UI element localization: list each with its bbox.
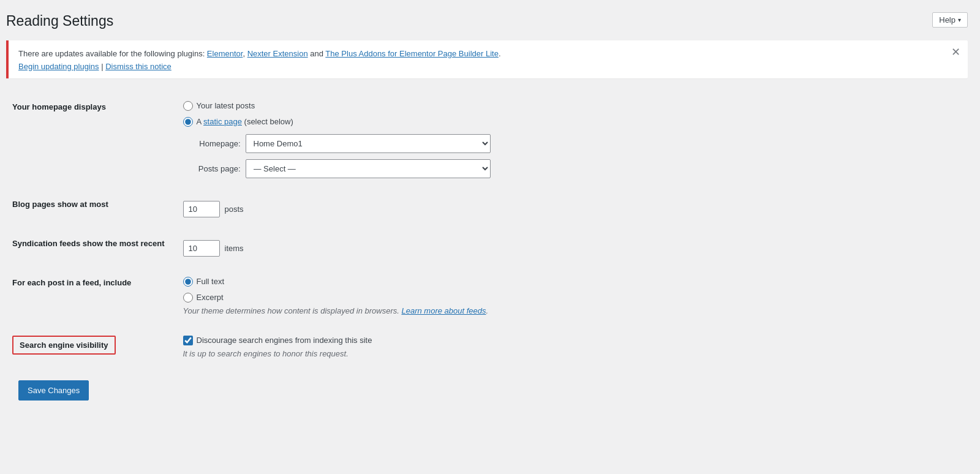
posts-page-select-label: Posts page:	[186, 164, 241, 173]
feed-include-field: Full text Excerpt Your theme determines …	[171, 266, 968, 325]
save-changes-button[interactable]: Save Changes	[18, 380, 89, 401]
feed-excerpt-radio[interactable]	[183, 293, 193, 303]
close-icon: ✕	[951, 46, 960, 58]
syndication-feeds-unit: items	[225, 244, 244, 253]
blog-pages-unit: posts	[225, 205, 244, 214]
search-visibility-field: Discourage search engines from indexing …	[171, 325, 968, 368]
static-page-link[interactable]: static page	[203, 117, 242, 126]
search-visibility-checkbox-label[interactable]: Discourage search engines from indexing …	[183, 336, 962, 345]
update-notice: There are updates available for the foll…	[6, 40, 968, 78]
settings-table: Your homepage displays Your latest posts…	[6, 91, 968, 368]
feed-full-text-radio[interactable]	[183, 277, 193, 287]
posts-page-select[interactable]: — Select — Blog News Archive	[246, 159, 491, 178]
feed-excerpt-option[interactable]: Excerpt	[183, 293, 962, 303]
homepage-latest-posts-radio[interactable]	[183, 101, 193, 111]
notice-text: There are updates available for the foll…	[18, 48, 958, 61]
notice-dismiss-button[interactable]: ✕	[951, 47, 960, 58]
feed-include-label: For each post in a feed, include	[12, 278, 131, 287]
homepage-radio-group: Your latest posts A static page (select …	[183, 101, 962, 127]
search-visibility-help-text: It is up to search engines to honor this…	[183, 349, 962, 358]
notice-links: Begin updating plugins | Dismiss this no…	[18, 62, 958, 71]
page-title: Reading Settings	[6, 12, 113, 31]
posts-page-select-row: Posts page: — Select — Blog News Archive	[186, 159, 962, 178]
homepage-select-label: Homepage:	[186, 139, 241, 148]
homepage-sub-selects: Homepage: Home Demo1 Sample Page Blog Po…	[186, 134, 962, 178]
search-visibility-row: Search engine visibility Discourage sear…	[6, 325, 968, 368]
homepage-latest-posts-option[interactable]: Your latest posts	[183, 101, 962, 111]
feed-include-radio-group: Full text Excerpt	[183, 277, 962, 303]
syndication-feeds-input[interactable]	[183, 240, 220, 257]
plus-addons-link[interactable]: The Plus Addons for Elementor Page Build…	[325, 49, 499, 58]
homepage-static-page-option[interactable]: A static page (select below)	[183, 117, 962, 127]
homepage-displays-field: Your latest posts A static page (select …	[171, 91, 968, 188]
blog-pages-number-row: posts	[183, 201, 962, 217]
form-footer: Save Changes	[6, 368, 968, 407]
homepage-select-row: Homepage: Home Demo1 Sample Page Blog	[186, 134, 962, 153]
blog-pages-input[interactable]	[183, 201, 220, 217]
search-visibility-checkbox[interactable]	[183, 336, 193, 345]
learn-more-feeds-link[interactable]: Learn more about feeds	[401, 306, 486, 315]
syndication-feeds-number-row: items	[183, 240, 962, 257]
elementor-link[interactable]: Elementor	[207, 49, 243, 58]
blog-pages-field: posts	[171, 188, 968, 227]
help-button[interactable]: Help	[932, 12, 968, 28]
feed-help-text: Your theme determines how content is dis…	[183, 306, 962, 315]
homepage-displays-row: Your homepage displays Your latest posts…	[6, 91, 968, 188]
feed-full-text-option[interactable]: Full text	[183, 277, 962, 287]
syndication-feeds-row: Syndication feeds show the most recent i…	[6, 227, 968, 266]
syndication-feeds-label: Syndication feeds show the most recent	[12, 239, 165, 248]
feed-include-row: For each post in a feed, include Full te…	[6, 266, 968, 325]
page-header: Reading Settings Help	[6, 12, 968, 31]
syndication-feeds-field: items	[171, 227, 968, 266]
dismiss-notice-link[interactable]: Dismiss this notice	[105, 62, 172, 71]
homepage-select[interactable]: Home Demo1 Sample Page Blog	[246, 134, 491, 153]
begin-updating-link[interactable]: Begin updating plugins	[18, 62, 99, 71]
nexter-link[interactable]: Nexter Extension	[247, 49, 308, 58]
search-engine-visibility-label: Search engine visibility	[12, 336, 116, 355]
blog-pages-row: Blog pages show at most posts	[6, 188, 968, 227]
settings-form: Your homepage displays Your latest posts…	[6, 91, 968, 407]
homepage-static-page-radio[interactable]	[183, 117, 193, 127]
blog-pages-label: Blog pages show at most	[12, 200, 108, 209]
homepage-displays-label: Your homepage displays	[12, 102, 106, 111]
